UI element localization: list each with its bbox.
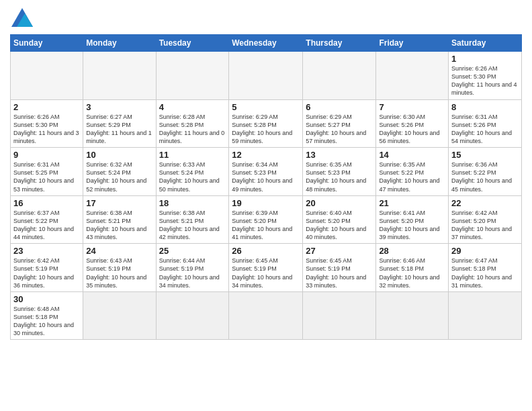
calendar-cell <box>229 291 303 340</box>
calendar-cell <box>376 52 449 100</box>
day-number: 2 <box>13 102 80 112</box>
calendar-week-row: 30Sunrise: 6:48 AM Sunset: 5:18 PM Dayli… <box>11 291 522 340</box>
calendar-cell: 23Sunrise: 6:42 AM Sunset: 5:19 PM Dayli… <box>11 244 83 292</box>
day-number: 8 <box>451 102 519 112</box>
weekday-header-thursday: Thursday <box>303 35 376 52</box>
day-info: Sunrise: 6:31 AM Sunset: 5:26 PM Dayligh… <box>451 113 519 146</box>
day-info: Sunrise: 6:35 AM Sunset: 5:22 PM Dayligh… <box>379 161 445 193</box>
day-number: 30 <box>13 294 80 304</box>
day-number: 24 <box>86 246 152 256</box>
calendar-cell: 15Sunrise: 6:36 AM Sunset: 5:22 PM Dayli… <box>449 148 522 196</box>
day-info: Sunrise: 6:38 AM Sunset: 5:21 PM Dayligh… <box>86 209 152 242</box>
day-info: Sunrise: 6:48 AM Sunset: 5:18 PM Dayligh… <box>13 305 80 338</box>
calendar-week-row: 2Sunrise: 6:26 AM Sunset: 5:30 PM Daylig… <box>11 99 522 148</box>
calendar-cell: 11Sunrise: 6:33 AM Sunset: 5:24 PM Dayli… <box>156 148 229 196</box>
day-info: Sunrise: 6:31 AM Sunset: 5:25 PM Dayligh… <box>13 161 80 193</box>
day-number: 25 <box>159 246 226 256</box>
calendar-cell: 13Sunrise: 6:35 AM Sunset: 5:23 PM Dayli… <box>303 148 376 196</box>
day-info: Sunrise: 6:29 AM Sunset: 5:28 PM Dayligh… <box>232 113 300 146</box>
day-info: Sunrise: 6:35 AM Sunset: 5:23 PM Dayligh… <box>306 161 373 193</box>
calendar-cell <box>83 291 156 340</box>
calendar-cell <box>303 52 376 100</box>
day-number: 1 <box>451 54 519 64</box>
day-number: 11 <box>159 150 226 160</box>
day-info: Sunrise: 6:29 AM Sunset: 5:27 PM Dayligh… <box>306 113 373 146</box>
day-number: 27 <box>306 246 373 256</box>
day-number: 28 <box>379 246 445 256</box>
day-info: Sunrise: 6:36 AM Sunset: 5:22 PM Dayligh… <box>451 161 519 193</box>
weekday-header-wednesday: Wednesday <box>229 35 303 52</box>
day-info: Sunrise: 6:42 AM Sunset: 5:19 PM Dayligh… <box>13 257 80 289</box>
day-info: Sunrise: 6:33 AM Sunset: 5:24 PM Dayligh… <box>159 161 226 193</box>
calendar-cell <box>156 291 229 340</box>
day-info: Sunrise: 6:34 AM Sunset: 5:23 PM Dayligh… <box>232 161 300 193</box>
day-number: 17 <box>86 198 152 208</box>
calendar-cell: 4Sunrise: 6:28 AM Sunset: 5:28 PM Daylig… <box>156 99 229 148</box>
day-number: 7 <box>379 102 445 112</box>
day-number: 26 <box>232 246 300 256</box>
logo-icon <box>11 8 33 27</box>
weekday-row: SundayMondayTuesdayWednesdayThursdayFrid… <box>11 35 522 52</box>
calendar-cell: 27Sunrise: 6:45 AM Sunset: 5:19 PM Dayli… <box>303 244 376 292</box>
calendar-cell: 17Sunrise: 6:38 AM Sunset: 5:21 PM Dayli… <box>83 195 156 244</box>
day-number: 20 <box>306 198 373 208</box>
day-info: Sunrise: 6:46 AM Sunset: 5:18 PM Dayligh… <box>379 257 445 289</box>
day-number: 14 <box>379 150 445 160</box>
day-number: 16 <box>13 198 80 208</box>
calendar-cell: 16Sunrise: 6:37 AM Sunset: 5:22 PM Dayli… <box>11 195 83 244</box>
calendar-week-row: 9Sunrise: 6:31 AM Sunset: 5:25 PM Daylig… <box>11 148 522 196</box>
calendar-week-row: 23Sunrise: 6:42 AM Sunset: 5:19 PM Dayli… <box>11 244 522 292</box>
day-info: Sunrise: 6:40 AM Sunset: 5:20 PM Dayligh… <box>306 209 373 242</box>
day-info: Sunrise: 6:30 AM Sunset: 5:26 PM Dayligh… <box>379 113 445 146</box>
weekday-header-saturday: Saturday <box>449 35 522 52</box>
calendar-cell: 2Sunrise: 6:26 AM Sunset: 5:30 PM Daylig… <box>11 99 83 148</box>
day-number: 6 <box>306 102 373 112</box>
calendar-cell: 18Sunrise: 6:38 AM Sunset: 5:21 PM Dayli… <box>156 195 229 244</box>
day-number: 15 <box>451 150 519 160</box>
weekday-header-sunday: Sunday <box>11 35 83 52</box>
calendar-cell: 29Sunrise: 6:47 AM Sunset: 5:18 PM Dayli… <box>449 244 522 292</box>
day-info: Sunrise: 6:47 AM Sunset: 5:18 PM Dayligh… <box>451 257 519 289</box>
calendar-cell: 30Sunrise: 6:48 AM Sunset: 5:18 PM Dayli… <box>11 291 83 340</box>
day-info: Sunrise: 6:32 AM Sunset: 5:24 PM Dayligh… <box>86 161 152 193</box>
calendar-cell <box>303 291 376 340</box>
weekday-header-friday: Friday <box>376 35 449 52</box>
calendar-week-row: 16Sunrise: 6:37 AM Sunset: 5:22 PM Dayli… <box>11 195 522 244</box>
day-info: Sunrise: 6:37 AM Sunset: 5:22 PM Dayligh… <box>13 209 80 242</box>
calendar-cell: 26Sunrise: 6:45 AM Sunset: 5:19 PM Dayli… <box>229 244 303 292</box>
day-number: 10 <box>86 150 152 160</box>
calendar-cell: 22Sunrise: 6:42 AM Sunset: 5:20 PM Dayli… <box>449 195 522 244</box>
calendar-cell <box>376 291 449 340</box>
calendar-cell: 28Sunrise: 6:46 AM Sunset: 5:18 PM Dayli… <box>376 244 449 292</box>
calendar-cell: 21Sunrise: 6:41 AM Sunset: 5:20 PM Dayli… <box>376 195 449 244</box>
header <box>10 7 522 30</box>
day-info: Sunrise: 6:42 AM Sunset: 5:20 PM Dayligh… <box>451 209 519 242</box>
day-info: Sunrise: 6:38 AM Sunset: 5:21 PM Dayligh… <box>159 209 226 242</box>
calendar-page: SundayMondayTuesdayWednesdayThursdayFrid… <box>0 0 532 411</box>
day-info: Sunrise: 6:28 AM Sunset: 5:28 PM Dayligh… <box>159 113 226 146</box>
calendar-cell: 9Sunrise: 6:31 AM Sunset: 5:25 PM Daylig… <box>11 148 83 196</box>
calendar-cell: 7Sunrise: 6:30 AM Sunset: 5:26 PM Daylig… <box>376 99 449 148</box>
calendar-cell: 24Sunrise: 6:43 AM Sunset: 5:19 PM Dayli… <box>83 244 156 292</box>
day-number: 4 <box>159 102 226 112</box>
day-number: 3 <box>86 102 152 112</box>
day-number: 18 <box>159 198 226 208</box>
day-info: Sunrise: 6:26 AM Sunset: 5:30 PM Dayligh… <box>451 64 519 97</box>
day-info: Sunrise: 6:44 AM Sunset: 5:19 PM Dayligh… <box>159 257 226 289</box>
calendar-cell <box>449 291 522 340</box>
calendar-cell <box>156 52 229 100</box>
logo <box>10 9 33 30</box>
calendar-cell <box>229 52 303 100</box>
day-number: 22 <box>451 198 519 208</box>
day-number: 21 <box>379 198 445 208</box>
calendar-table: SundayMondayTuesdayWednesdayThursdayFrid… <box>10 34 522 340</box>
calendar-cell: 20Sunrise: 6:40 AM Sunset: 5:20 PM Dayli… <box>303 195 376 244</box>
day-number: 9 <box>13 150 80 160</box>
calendar-cell: 25Sunrise: 6:44 AM Sunset: 5:19 PM Dayli… <box>156 244 229 292</box>
calendar-cell: 6Sunrise: 6:29 AM Sunset: 5:27 PM Daylig… <box>303 99 376 148</box>
day-info: Sunrise: 6:27 AM Sunset: 5:29 PM Dayligh… <box>86 113 152 146</box>
calendar-cell: 5Sunrise: 6:29 AM Sunset: 5:28 PM Daylig… <box>229 99 303 148</box>
calendar-cell: 3Sunrise: 6:27 AM Sunset: 5:29 PM Daylig… <box>83 99 156 148</box>
weekday-header-monday: Monday <box>83 35 156 52</box>
day-info: Sunrise: 6:41 AM Sunset: 5:20 PM Dayligh… <box>379 209 445 242</box>
